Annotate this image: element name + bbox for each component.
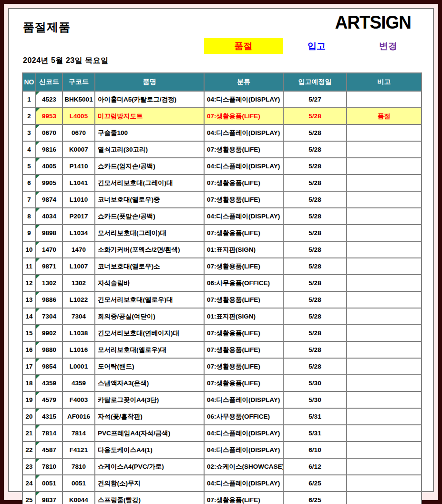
error-indicator-triangle-icon [36,425,40,429]
cell-no: 3 [22,124,36,141]
error-indicator-triangle-icon [36,242,40,245]
table-row: 79874L1010코너보호대(옐로우)중07:생활용품(LIFE)5/28 [22,191,421,208]
error-indicator-triangle-icon [36,409,40,412]
cell-old-code: L1034 [62,225,95,241]
cell-no: 11 [22,258,36,275]
cell-text: 9953 [42,113,56,120]
cell-due-date: 5/31 [283,425,347,442]
cell-category: 01:표지판(SIGN) [204,241,283,258]
cell-text: 4523 [42,96,56,103]
cell-product-name: 구슬줄100 [95,124,204,141]
cell-no: 24 [22,475,36,492]
cell-text: 4315 [42,413,56,420]
cell-note [347,91,421,108]
cell-product-name: 스냅액자A3(은색) [95,375,204,391]
cell-category: 07:생활용품(LIFE) [204,175,283,191]
cell-new-code: 1470 [36,241,62,258]
table-row: 224587F4121다용도케이스A4(1)04:디스플레이(DISPLAY)6… [22,442,421,458]
cell-category: 04:디스플레이(DISPLAY) [204,158,283,175]
cell-product-name: 자석슬림바 [95,275,204,291]
cell-old-code: P2017 [62,208,95,225]
cell-category: 07:생활용품(LIFE) [204,258,283,275]
table-row: 159902L1038긴모서리보호대(연베이지)대07:생활용품(LIFE)5/… [22,325,421,341]
cell-due-date: 5/27 [283,91,347,108]
cell-product-name: PVC프레임A4(자석/금색) [95,425,204,442]
cell-old-code: L4005 [62,108,95,124]
cell-note [347,124,421,141]
cell-text: 9898 [42,229,56,237]
table-body: 14523BHK5001아이홀더A5(카탈로그/검정)04:디스플레이(DISP… [22,91,421,504]
cell-due-date: 5/28 [283,325,347,341]
cell-no: 25 [22,492,36,504]
cell-old-code: 0051 [62,475,95,492]
cell-new-code: 1302 [36,275,62,291]
cell-product-name: 코너보호대(옐로우)소 [95,258,204,275]
cell-due-date: 5/28 [283,341,347,358]
cell-note [347,275,421,291]
cell-due-date: 5/28 [283,141,347,158]
cell-no: 22 [22,442,36,458]
artsign-logo: ARTSIGN [335,12,411,33]
cell-note [347,408,421,425]
table-row: 49816K0007열쇠고리(30고리)07:생활용품(LIFE)5/28 [22,141,421,158]
cell-old-code: 7814 [62,425,95,442]
table-row: 204315AF0016자석(꽃/흡착판)06:사무용품(OFFICE)5/31 [22,408,421,425]
cell-text: 9905 [42,179,56,186]
cell-text: 9816 [42,146,56,153]
legend-soldout-badge: 품절 [204,38,283,54]
table-row: 179854L0001도어락(밴드)07:생활용품(LIFE)5/28 [22,358,421,375]
cell-product-name: 도어락(밴드) [95,358,204,375]
cell-text: 7814 [42,430,56,437]
col-header-product-name: 품명 [95,73,204,91]
cell-product-name: 쇼카드(엄지손/공백) [95,158,204,175]
cell-due-date: 6/25 [283,475,347,492]
cell-old-code: 1470 [62,241,95,258]
cell-text: 9886 [42,296,56,303]
cell-new-code: 9898 [36,225,62,241]
cell-text: 9854 [42,363,56,370]
cell-old-code: F4003 [62,391,95,408]
cell-no: 18 [22,375,36,391]
cell-new-code: 4587 [36,442,62,458]
cell-text: 9837 [42,496,56,504]
cell-old-code: L1010 [62,191,95,208]
cell-no: 20 [22,408,36,425]
cell-category: 04:디스플레이(DISPLAY) [204,208,283,225]
error-indicator-triangle-icon [36,192,40,195]
table-row: 69905L1041긴모서리보호대(그레이)대07:생활용품(LIFE)5/28 [22,175,421,191]
table-row: 194579F4003카탈로그꽂이A4(3단)04:디스플레이(DISPLAY)… [22,391,421,408]
cell-note [347,191,421,208]
cell-due-date: 5/28 [283,124,347,141]
cell-text: 1470 [42,246,56,253]
table-row: 54005P1410쇼카드(엄지손/공백)04:디스플레이(DISPLAY)5/… [22,158,421,175]
cell-due-date: 5/28 [283,308,347,325]
table-row: 2378107810쇼케이스A4(PVC/가로)02:쇼케이스(SHOWCASE… [22,458,421,475]
cell-category: 01:표지판(SIGN) [204,308,283,325]
cell-note [347,391,421,408]
cell-new-code: 7304 [36,308,62,325]
table-row: 169880L1016모서리보호대(옐로우)대07:생활용품(LIFE)5/28 [22,341,421,358]
cell-product-name: 스프링줄(빨강) [95,492,204,504]
cell-product-name: 소화기커버(포멕스/2면/흰색) [95,241,204,258]
cell-old-code: 7304 [62,308,95,325]
cell-category: 06:사무용품(OFFICE) [204,408,283,425]
cell-due-date: 5/28 [283,225,347,241]
cell-no: 10 [22,241,36,258]
cell-new-code: 0051 [36,475,62,492]
cell-product-name: 열쇠고리(30고리) [95,141,204,158]
cell-category: 06:사무용품(OFFICE) [204,275,283,291]
error-indicator-triangle-icon [36,342,40,345]
error-indicator-triangle-icon [36,258,40,262]
cell-note [347,258,421,275]
cell-no: 12 [22,275,36,291]
cell-old-code: AF0016 [62,408,95,425]
table-row: 29953L4005미끄럼방지도트07:생활용품(LIFE)5/28품절 [22,108,421,124]
cell-product-name: 다용도케이스A4(1) [95,442,204,458]
legend-changed-label: 변경 [360,38,417,54]
cell-no: 4 [22,141,36,158]
cell-category: 04:디스플레이(DISPLAY) [204,91,283,108]
cell-new-code: 9905 [36,175,62,191]
cell-note [347,325,421,341]
error-indicator-triangle-icon [36,325,40,329]
cell-due-date: 6/25 [283,492,347,504]
